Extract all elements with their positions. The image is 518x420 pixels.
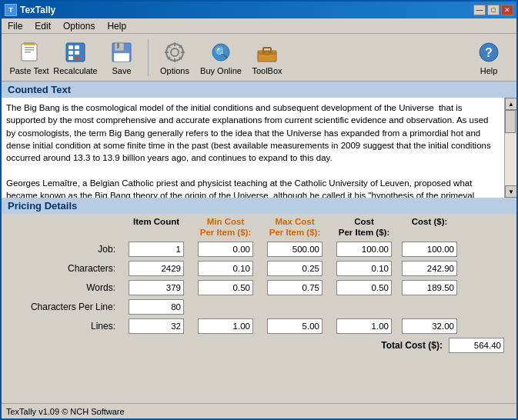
title-controls: — □ ✕ bbox=[473, 5, 513, 15]
paste-text-button[interactable]: Paste Text bbox=[8, 38, 51, 78]
help-button[interactable]: ? Help bbox=[467, 38, 510, 78]
svg-rect-10 bbox=[75, 51, 79, 55]
svg-rect-11 bbox=[69, 56, 73, 60]
recalculate-button[interactable]: Recalculate bbox=[54, 38, 97, 78]
cell-cpl-count bbox=[122, 299, 191, 315]
input-chars-max[interactable] bbox=[267, 261, 322, 276]
counted-text-body: The Big Bang is the cosmological model o… bbox=[6, 102, 500, 198]
input-words-min[interactable] bbox=[198, 280, 253, 295]
status-bar: TexTally v1.09 © NCH Software bbox=[2, 403, 516, 418]
input-lines-total[interactable] bbox=[402, 318, 457, 334]
cell-chars-cost bbox=[329, 261, 399, 276]
input-lines-count[interactable] bbox=[129, 318, 184, 334]
input-job-min[interactable] bbox=[198, 242, 253, 257]
save-button[interactable]: Save bbox=[100, 38, 143, 78]
input-words-total[interactable] bbox=[402, 280, 457, 295]
paste-text-label: Paste Text bbox=[9, 66, 48, 75]
cell-words-total bbox=[399, 280, 460, 295]
scroll-up-button[interactable]: ▲ bbox=[505, 98, 516, 110]
buy-online-label: Buy Online bbox=[200, 66, 242, 75]
svg-rect-5 bbox=[24, 42, 35, 45]
pricing-table: Item Count Min CostPer Item ($): Max Cos… bbox=[2, 214, 516, 356]
cell-lines-max bbox=[260, 318, 329, 334]
save-label: Save bbox=[112, 66, 131, 75]
maximize-button[interactable]: □ bbox=[487, 5, 500, 15]
toolbar: Paste Text Recalculate bbox=[2, 34, 516, 82]
paste-icon bbox=[17, 40, 42, 65]
status-text: TexTally v1.09 © NCH Software bbox=[6, 407, 125, 416]
input-lines-min[interactable] bbox=[198, 318, 253, 334]
row-label-words: Words: bbox=[14, 282, 122, 293]
col-header-label bbox=[14, 217, 122, 238]
col-header-cost: CostPer Item ($): bbox=[329, 217, 399, 238]
vertical-scrollbar[interactable]: ▲ ▼ bbox=[504, 98, 516, 198]
scroll-thumb[interactable] bbox=[505, 110, 516, 133]
cell-words-cost bbox=[329, 280, 399, 295]
input-job-total[interactable] bbox=[402, 242, 457, 257]
cell-job-min bbox=[191, 242, 260, 257]
window-title: TexTally bbox=[20, 5, 55, 15]
cell-chars-total bbox=[399, 261, 460, 276]
svg-rect-21 bbox=[165, 52, 169, 53]
svg-rect-32 bbox=[265, 52, 269, 55]
pricing-header: Pricing Details bbox=[2, 198, 516, 214]
cell-words-count bbox=[122, 280, 191, 295]
table-header-row: Item Count Min CostPer Item ($): Max Cos… bbox=[14, 217, 504, 240]
row-label-cpl: Characters Per Line: bbox=[14, 302, 122, 312]
input-words-cost[interactable] bbox=[336, 280, 392, 295]
input-job-count[interactable] bbox=[129, 242, 184, 257]
recalculate-label: Recalculate bbox=[53, 66, 97, 75]
total-row: Total Cost ($): bbox=[14, 338, 504, 353]
input-words-max[interactable] bbox=[267, 280, 322, 295]
options-icon bbox=[162, 40, 187, 65]
input-chars-total[interactable] bbox=[402, 261, 457, 276]
window-icon: T bbox=[5, 4, 17, 16]
toolbox-button[interactable]: ToolBox bbox=[246, 38, 289, 78]
svg-text:🔍: 🔍 bbox=[215, 46, 229, 59]
input-chars-count[interactable] bbox=[129, 261, 184, 276]
toolbox-label: ToolBox bbox=[252, 66, 282, 75]
cell-lines-min bbox=[191, 318, 260, 334]
table-row: Job: bbox=[14, 242, 504, 257]
menu-edit[interactable]: Edit bbox=[28, 18, 57, 33]
menu-options[interactable]: Options bbox=[57, 18, 101, 33]
input-job-cost[interactable] bbox=[336, 242, 392, 257]
svg-rect-7 bbox=[69, 45, 73, 49]
buy-online-button[interactable]: 🔍 Buy Online bbox=[199, 38, 242, 78]
recalculate-icon bbox=[63, 40, 88, 65]
menu-help[interactable]: Help bbox=[101, 18, 132, 33]
help-icon: ? bbox=[476, 40, 501, 65]
options-button[interactable]: Options bbox=[153, 38, 196, 78]
cell-lines-total bbox=[399, 318, 460, 334]
cell-words-min bbox=[191, 280, 260, 295]
input-chars-min[interactable] bbox=[198, 261, 253, 276]
col-header-min: Min CostPer Item ($): bbox=[191, 217, 260, 238]
input-lines-cost[interactable] bbox=[336, 318, 392, 334]
scroll-track[interactable] bbox=[505, 110, 516, 185]
col-header-total: Cost ($): bbox=[399, 217, 460, 238]
menu-file[interactable]: File bbox=[2, 18, 28, 33]
counted-text-content[interactable]: The Big Bang is the cosmological model o… bbox=[2, 98, 504, 198]
svg-text:?: ? bbox=[485, 46, 493, 59]
input-words-count[interactable] bbox=[129, 280, 184, 295]
minimize-button[interactable]: — bbox=[473, 5, 486, 15]
input-cpl-count[interactable] bbox=[129, 299, 184, 315]
table-row: Characters: bbox=[14, 261, 504, 276]
close-button[interactable]: ✕ bbox=[501, 5, 513, 15]
input-job-max[interactable] bbox=[267, 242, 322, 257]
input-chars-cost[interactable] bbox=[336, 261, 392, 276]
counted-text-header: Counted Text bbox=[2, 82, 516, 98]
help-label: Help bbox=[480, 66, 498, 75]
cell-lines-count bbox=[122, 318, 191, 334]
table-row: Lines: bbox=[14, 318, 504, 334]
input-lines-max[interactable] bbox=[267, 318, 322, 334]
options-label: Options bbox=[160, 66, 189, 75]
scroll-down-button[interactable]: ▼ bbox=[505, 185, 516, 198]
svg-rect-8 bbox=[75, 45, 79, 49]
svg-rect-12 bbox=[75, 56, 79, 60]
main-window: T TexTally — □ ✕ File Edit Options Help bbox=[0, 0, 518, 420]
svg-rect-4 bbox=[25, 52, 31, 53]
table-row: Words: bbox=[14, 280, 504, 295]
table-row: Characters Per Line: bbox=[14, 299, 504, 315]
input-total-cost[interactable] bbox=[449, 338, 504, 353]
